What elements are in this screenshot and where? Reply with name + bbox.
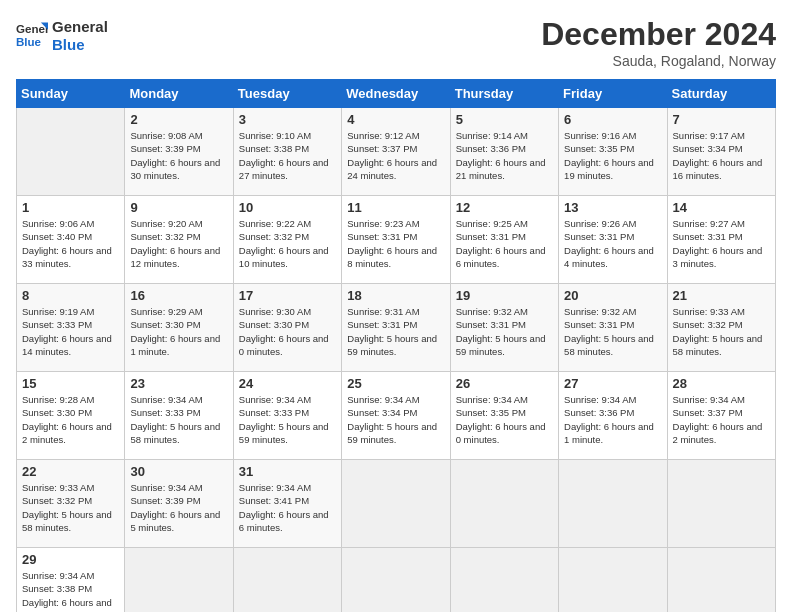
sunset-text: Sunset: 3:35 PM bbox=[456, 407, 526, 418]
table-row bbox=[342, 548, 450, 613]
sunset-text: Sunset: 3:32 PM bbox=[22, 495, 92, 506]
table-row: 17Sunrise: 9:30 AMSunset: 3:30 PMDayligh… bbox=[233, 284, 341, 372]
table-row: 4Sunrise: 9:12 AMSunset: 3:37 PMDaylight… bbox=[342, 108, 450, 196]
day-number: 13 bbox=[564, 200, 661, 215]
sunrise-text: Sunrise: 9:26 AM bbox=[564, 218, 636, 229]
day-info: Sunrise: 9:28 AMSunset: 3:30 PMDaylight:… bbox=[22, 393, 119, 446]
sunrise-text: Sunrise: 9:34 AM bbox=[456, 394, 528, 405]
table-row bbox=[667, 460, 775, 548]
day-info: Sunrise: 9:34 AMSunset: 3:33 PMDaylight:… bbox=[130, 393, 227, 446]
table-row: 15Sunrise: 9:28 AMSunset: 3:30 PMDayligh… bbox=[17, 372, 125, 460]
logo-line2: Blue bbox=[52, 36, 108, 54]
daylight-text: Daylight: 6 hours and 16 minutes. bbox=[673, 157, 763, 181]
daylight-text: Daylight: 6 hours and 19 minutes. bbox=[564, 157, 654, 181]
day-number: 9 bbox=[130, 200, 227, 215]
sunrise-text: Sunrise: 9:16 AM bbox=[564, 130, 636, 141]
sunrise-text: Sunrise: 9:30 AM bbox=[239, 306, 311, 317]
sunset-text: Sunset: 3:30 PM bbox=[239, 319, 309, 330]
day-info: Sunrise: 9:33 AMSunset: 3:32 PMDaylight:… bbox=[22, 481, 119, 534]
daylight-text: Daylight: 5 hours and 58 minutes. bbox=[564, 333, 654, 357]
sunrise-text: Sunrise: 9:06 AM bbox=[22, 218, 94, 229]
table-row: 10Sunrise: 9:22 AMSunset: 3:32 PMDayligh… bbox=[233, 196, 341, 284]
table-row: 12Sunrise: 9:25 AMSunset: 3:31 PMDayligh… bbox=[450, 196, 558, 284]
sunset-text: Sunset: 3:37 PM bbox=[347, 143, 417, 154]
day-info: Sunrise: 9:17 AMSunset: 3:34 PMDaylight:… bbox=[673, 129, 770, 182]
sunset-text: Sunset: 3:32 PM bbox=[130, 231, 200, 242]
calendar-week-row: 1Sunrise: 9:06 AMSunset: 3:40 PMDaylight… bbox=[17, 196, 776, 284]
day-number: 7 bbox=[673, 112, 770, 127]
table-row: 19Sunrise: 9:32 AMSunset: 3:31 PMDayligh… bbox=[450, 284, 558, 372]
table-row: 27Sunrise: 9:34 AMSunset: 3:36 PMDayligh… bbox=[559, 372, 667, 460]
sunset-text: Sunset: 3:31 PM bbox=[347, 319, 417, 330]
sunset-text: Sunset: 3:33 PM bbox=[22, 319, 92, 330]
table-row bbox=[450, 460, 558, 548]
day-info: Sunrise: 9:33 AMSunset: 3:32 PMDaylight:… bbox=[673, 305, 770, 358]
sunrise-text: Sunrise: 9:34 AM bbox=[673, 394, 745, 405]
sunset-text: Sunset: 3:32 PM bbox=[673, 319, 743, 330]
day-info: Sunrise: 9:12 AMSunset: 3:37 PMDaylight:… bbox=[347, 129, 444, 182]
day-number: 11 bbox=[347, 200, 444, 215]
daylight-text: Daylight: 6 hours and 14 minutes. bbox=[22, 333, 112, 357]
sunrise-text: Sunrise: 9:14 AM bbox=[456, 130, 528, 141]
sunrise-text: Sunrise: 9:32 AM bbox=[564, 306, 636, 317]
table-row: 31Sunrise: 9:34 AMSunset: 3:41 PMDayligh… bbox=[233, 460, 341, 548]
sunrise-text: Sunrise: 9:12 AM bbox=[347, 130, 419, 141]
sunset-text: Sunset: 3:37 PM bbox=[673, 407, 743, 418]
day-number: 15 bbox=[22, 376, 119, 391]
table-row: 24Sunrise: 9:34 AMSunset: 3:33 PMDayligh… bbox=[233, 372, 341, 460]
sunset-text: Sunset: 3:30 PM bbox=[130, 319, 200, 330]
day-number: 10 bbox=[239, 200, 336, 215]
table-row: 3Sunrise: 9:10 AMSunset: 3:38 PMDaylight… bbox=[233, 108, 341, 196]
day-number: 24 bbox=[239, 376, 336, 391]
day-info: Sunrise: 9:34 AMSunset: 3:33 PMDaylight:… bbox=[239, 393, 336, 446]
day-number: 20 bbox=[564, 288, 661, 303]
sunset-text: Sunset: 3:31 PM bbox=[564, 319, 634, 330]
day-number: 19 bbox=[456, 288, 553, 303]
sunrise-text: Sunrise: 9:34 AM bbox=[564, 394, 636, 405]
weekday-header-row: Sunday Monday Tuesday Wednesday Thursday… bbox=[17, 80, 776, 108]
day-info: Sunrise: 9:34 AMSunset: 3:36 PMDaylight:… bbox=[564, 393, 661, 446]
header-saturday: Saturday bbox=[667, 80, 775, 108]
day-info: Sunrise: 9:14 AMSunset: 3:36 PMDaylight:… bbox=[456, 129, 553, 182]
day-number: 6 bbox=[564, 112, 661, 127]
day-number: 8 bbox=[22, 288, 119, 303]
daylight-text: Daylight: 6 hours and 0 minutes. bbox=[239, 333, 329, 357]
sunrise-text: Sunrise: 9:31 AM bbox=[347, 306, 419, 317]
location: Sauda, Rogaland, Norway bbox=[541, 53, 776, 69]
day-info: Sunrise: 9:19 AMSunset: 3:33 PMDaylight:… bbox=[22, 305, 119, 358]
sunrise-text: Sunrise: 9:08 AM bbox=[130, 130, 202, 141]
table-row: 9Sunrise: 9:20 AMSunset: 3:32 PMDaylight… bbox=[125, 196, 233, 284]
daylight-text: Daylight: 5 hours and 59 minutes. bbox=[347, 421, 437, 445]
header-tuesday: Tuesday bbox=[233, 80, 341, 108]
header-sunday: Sunday bbox=[17, 80, 125, 108]
sunset-text: Sunset: 3:31 PM bbox=[564, 231, 634, 242]
daylight-text: Daylight: 6 hours and 33 minutes. bbox=[22, 245, 112, 269]
day-number: 23 bbox=[130, 376, 227, 391]
header-friday: Friday bbox=[559, 80, 667, 108]
day-number: 22 bbox=[22, 464, 119, 479]
sunrise-text: Sunrise: 9:34 AM bbox=[22, 570, 94, 581]
day-info: Sunrise: 9:25 AMSunset: 3:31 PMDaylight:… bbox=[456, 217, 553, 270]
table-row bbox=[233, 548, 341, 613]
sunset-text: Sunset: 3:39 PM bbox=[130, 143, 200, 154]
day-info: Sunrise: 9:32 AMSunset: 3:31 PMDaylight:… bbox=[456, 305, 553, 358]
day-number: 14 bbox=[673, 200, 770, 215]
table-row: 20Sunrise: 9:32 AMSunset: 3:31 PMDayligh… bbox=[559, 284, 667, 372]
daylight-text: Daylight: 6 hours and 4 minutes. bbox=[564, 245, 654, 269]
calendar-week-row: 15Sunrise: 9:28 AMSunset: 3:30 PMDayligh… bbox=[17, 372, 776, 460]
day-number: 30 bbox=[130, 464, 227, 479]
table-row bbox=[125, 548, 233, 613]
daylight-text: Daylight: 5 hours and 59 minutes. bbox=[239, 421, 329, 445]
table-row: 5Sunrise: 9:14 AMSunset: 3:36 PMDaylight… bbox=[450, 108, 558, 196]
daylight-text: Daylight: 6 hours and 27 minutes. bbox=[239, 157, 329, 181]
day-info: Sunrise: 9:30 AMSunset: 3:30 PMDaylight:… bbox=[239, 305, 336, 358]
sunrise-text: Sunrise: 9:10 AM bbox=[239, 130, 311, 141]
day-number: 31 bbox=[239, 464, 336, 479]
calendar-week-row: 22Sunrise: 9:33 AMSunset: 3:32 PMDayligh… bbox=[17, 460, 776, 548]
daylight-text: Daylight: 6 hours and 1 minute. bbox=[564, 421, 654, 445]
calendar-week-row: 29Sunrise: 9:34 AMSunset: 3:38 PMDayligh… bbox=[17, 548, 776, 613]
sunset-text: Sunset: 3:36 PM bbox=[564, 407, 634, 418]
day-number: 17 bbox=[239, 288, 336, 303]
sunset-text: Sunset: 3:41 PM bbox=[239, 495, 309, 506]
daylight-text: Daylight: 5 hours and 58 minutes. bbox=[673, 333, 763, 357]
